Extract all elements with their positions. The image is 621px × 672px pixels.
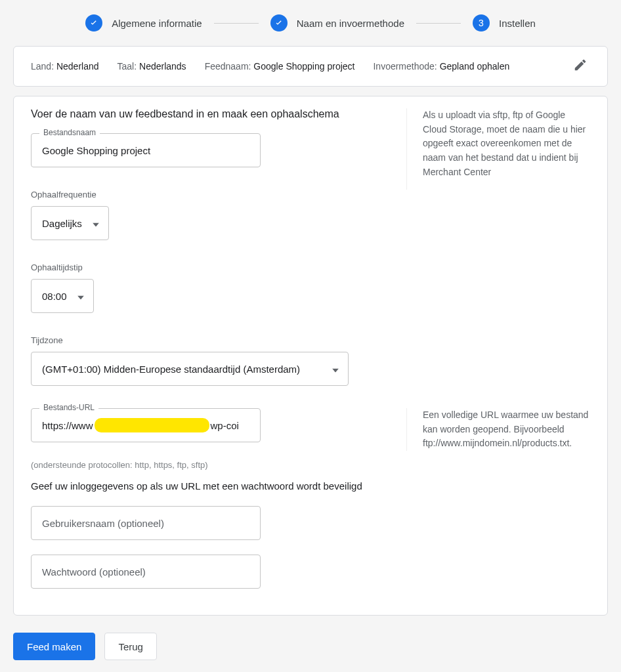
timezone-label: Tijdzone bbox=[31, 335, 590, 345]
frequency-value: Dagelijks bbox=[42, 218, 82, 229]
protocols-hint: (ondersteunde protocollen: http, https, … bbox=[31, 460, 590, 470]
filename-input[interactable] bbox=[42, 145, 249, 156]
url-text-right: wp-coi bbox=[211, 420, 239, 431]
summary-value: Google Shopping project bbox=[253, 61, 354, 72]
frequency-label: Ophaalfrequentie bbox=[31, 190, 590, 200]
url-text-left: https://www bbox=[42, 420, 93, 431]
stepper: Algemene informatie Naam en invoermethod… bbox=[0, 0, 621, 46]
step-label: Instellen bbox=[499, 18, 536, 29]
username-field[interactable] bbox=[31, 506, 261, 540]
time-select[interactable]: 08:00 bbox=[31, 279, 94, 313]
summary-card: Land: Nederland Taal: Nederlands Feednaa… bbox=[13, 46, 608, 87]
summary-feedname: Feednaam: Google Shopping project bbox=[205, 61, 355, 72]
timezone-select[interactable]: (GMT+01:00) Midden-Europese standaardtij… bbox=[31, 352, 349, 386]
password-field[interactable] bbox=[31, 555, 261, 589]
step-name-method[interactable]: Naam en invoermethode bbox=[270, 14, 404, 32]
edit-icon[interactable] bbox=[573, 58, 588, 75]
file-url-field[interactable]: Bestands-URL https://www wp-coi bbox=[31, 408, 261, 442]
redaction-highlight bbox=[95, 418, 209, 432]
file-url-label: Bestands-URL bbox=[39, 403, 98, 412]
check-icon bbox=[270, 14, 288, 32]
step-label: Naam en invoermethode bbox=[297, 18, 404, 29]
time-label: Ophaaltijdstip bbox=[31, 262, 590, 272]
form-card: Voer de naam van uw feedbestand in en ma… bbox=[13, 96, 608, 616]
step-divider bbox=[214, 23, 259, 24]
footer-actions: Feed maken Terug bbox=[0, 625, 621, 672]
password-input[interactable] bbox=[42, 566, 249, 578]
summary-label: Feednaam: bbox=[205, 61, 251, 72]
step-divider bbox=[416, 23, 461, 24]
timezone-value: (GMT+01:00) Midden-Europese standaardtij… bbox=[42, 364, 300, 375]
summary-value: Nederland bbox=[56, 61, 99, 72]
summary-method: Invoermethode: Gepland ophalen bbox=[373, 61, 509, 72]
step-general-info[interactable]: Algemene informatie bbox=[85, 14, 202, 32]
summary-label: Taal: bbox=[118, 61, 137, 72]
chevron-down-icon bbox=[332, 364, 339, 375]
step-number-icon: 3 bbox=[473, 14, 490, 32]
time-value: 08:00 bbox=[42, 291, 67, 302]
step-label: Algemene informatie bbox=[112, 18, 202, 29]
create-feed-button[interactable]: Feed maken bbox=[13, 633, 95, 660]
chevron-down-icon bbox=[77, 291, 84, 302]
credentials-heading: Geef uw inloggegevens op als uw URL met … bbox=[31, 480, 590, 492]
filename-field[interactable]: Bestandsnaam bbox=[31, 133, 261, 167]
summary-label: Invoermethode: bbox=[373, 61, 437, 72]
summary-value: Gepland ophalen bbox=[440, 61, 510, 72]
aside-upload-info: Als u uploadt via sftp, ftp of Google Cl… bbox=[406, 108, 590, 190]
chevron-down-icon bbox=[93, 218, 99, 229]
summary-value: Nederlands bbox=[139, 61, 186, 72]
summary-country: Land: Nederland bbox=[31, 61, 99, 72]
summary-language: Taal: Nederlands bbox=[118, 61, 186, 72]
aside-url-info: Een volledige URL waarmee uw bestand kan… bbox=[406, 408, 590, 451]
summary-label: Land: bbox=[31, 61, 54, 72]
username-input[interactable] bbox=[42, 518, 249, 529]
form-heading: Voer de naam van uw feedbestand in en ma… bbox=[31, 108, 389, 120]
step-setup[interactable]: 3 Instellen bbox=[473, 14, 536, 32]
filename-label: Bestandsnaam bbox=[39, 128, 100, 137]
frequency-select[interactable]: Dagelijks bbox=[31, 206, 109, 240]
check-icon bbox=[85, 14, 102, 32]
back-button[interactable]: Terug bbox=[104, 633, 157, 660]
